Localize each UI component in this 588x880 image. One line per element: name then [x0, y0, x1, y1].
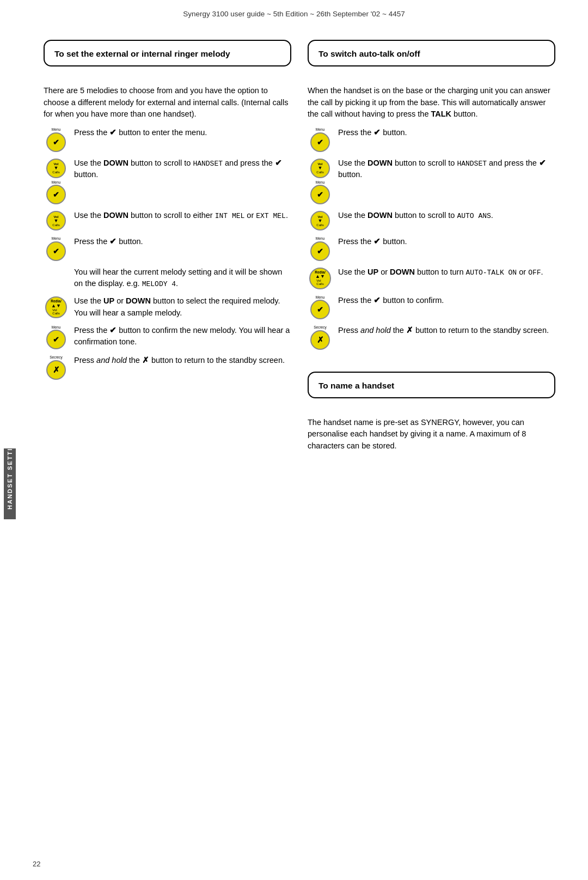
step-4-icon: Menu ✔: [44, 237, 69, 261]
autotalk-intro: When the handset is on the base or the c…: [308, 85, 555, 120]
secrecy-icon: ✗: [46, 360, 66, 380]
at-step-5-text: Use the UP or DOWN button to turn AUTO-T…: [338, 266, 555, 278]
menu-check-icon-4: ✔: [46, 241, 66, 261]
page-number: 22: [33, 860, 40, 868]
step-8: Secrecy ✗ Press and hold the ✗ button to…: [44, 355, 291, 380]
at-step-3-icon: Vol ▼ Calls: [308, 211, 333, 230]
main-content: To set the external or internal ringer m…: [0, 23, 588, 491]
at-step-4-text: Press the ✔ button.: [338, 236, 555, 248]
at-menu-check-6: ✔: [310, 300, 330, 319]
step-1-icon: Menu ✔: [44, 128, 69, 152]
menu-label: Menu: [52, 128, 60, 132]
at-step-7-text: Press and hold the ✗ button to return to…: [338, 325, 555, 337]
at-step-2-icon: Vol ▼ Calls Menu ✔: [308, 159, 333, 205]
at-vol-calls-3: Vol ▼ Calls: [310, 211, 330, 230]
ringer-melody-intro: There are 5 melodies to choose from and …: [44, 85, 291, 120]
at-step-5: Redia/ ▲▼ VolCalls Use the UP or DOWN bu…: [308, 266, 555, 289]
menu-check-icon-2: ✔: [46, 185, 66, 204]
at-step-6-text: Press the ✔ button to confirm.: [338, 295, 555, 307]
at-redia-vol-5: Redia/ ▲▼ VolCalls: [309, 268, 331, 289]
at-step-7-icon: Secrecy ✗: [308, 326, 333, 350]
step-2-icon: Vol ▼ Calls Menu ✔: [44, 159, 69, 205]
at-menu-check-4: ✔: [310, 241, 330, 261]
ringer-melody-title: To set the external or internal ringer m…: [54, 48, 280, 60]
at-step-3: Vol ▼ Calls Use the DOWN button to scrol…: [308, 210, 555, 230]
at-menu-check-1: ✔: [310, 132, 330, 152]
step-3-text: Use the DOWN button to scroll to either …: [74, 210, 291, 222]
at-step-4-icon: Menu ✔: [308, 237, 333, 261]
step-2: Vol ▼ Calls Menu ✔: [44, 157, 291, 205]
side-tab: HANDSET SETTINGS: [4, 448, 16, 519]
at-step-6-icon: Menu ✔: [308, 296, 333, 320]
step-5: You will hear the current melody setting…: [44, 266, 291, 290]
at-step-1-text: Press the ✔ button.: [338, 127, 555, 139]
step-7-text: Press the ✔ button to confirm the new me…: [74, 325, 291, 349]
left-column: To set the external or internal ringer m…: [44, 40, 291, 459]
at-menu-check-2: ✔: [310, 185, 330, 204]
step-8-text: Press and hold the ✗ button to return to…: [74, 355, 291, 367]
at-secrecy-7: ✗: [310, 330, 330, 350]
step-3-icon: Vol ▼ Calls: [44, 211, 69, 230]
vol-calls-icon-3: Vol ▼ Calls: [46, 211, 66, 230]
name-handset-intro: The handset name is pre-set as SYNERGY, …: [308, 417, 555, 452]
step-6-icon: Redia/ ▲▼ VolCalls: [44, 296, 69, 318]
step-2-text: Use the DOWN button to scroll to HANDSET…: [74, 157, 291, 181]
ringer-melody-section: To set the external or internal ringer m…: [44, 40, 291, 66]
ringer-melody-body: There are 5 melodies to choose from and …: [44, 76, 291, 380]
autotalk-title: To switch auto-talk on/off: [318, 48, 544, 60]
at-step-4: Menu ✔ Press the ✔ button.: [308, 236, 555, 261]
step-8-icon: Secrecy ✗: [44, 356, 69, 380]
right-column: To switch auto-talk on/off When the hand…: [308, 40, 555, 459]
step-6-text: Use the UP or DOWN button to select the …: [74, 295, 291, 319]
step-4-text: Press the ✔ button.: [74, 236, 291, 248]
autotalk-body: When the handset is on the base or the c…: [308, 76, 555, 350]
autotalk-section: To switch auto-talk on/off: [308, 40, 555, 66]
menu-label-4: Menu: [52, 237, 60, 241]
step-7-icon: Menu ✔: [44, 326, 69, 350]
menu-label-7: Menu: [52, 326, 60, 330]
step-4: Menu ✔ Press the ✔ button.: [44, 236, 291, 261]
name-handset-body: The handset name is pre-set as SYNERGY, …: [308, 408, 555, 452]
vol-calls-icon: Vol ▼ Calls: [46, 159, 66, 178]
at-step-5-icon: Redia/ ▲▼ VolCalls: [308, 268, 333, 289]
step-7: Menu ✔ Press the ✔ button to confirm the…: [44, 325, 291, 350]
menu-label-2: Menu: [52, 181, 60, 185]
name-handset-section: To name a handset: [308, 372, 555, 398]
secrecy-label: Secrecy: [50, 356, 62, 360]
at-step-2-text: Use the DOWN button to scroll to HANDSET…: [338, 157, 555, 181]
at-step-6: Menu ✔ Press the ✔ button to confirm.: [308, 295, 555, 320]
redia-vol-icon: Redia/ ▲▼ VolCalls: [45, 296, 67, 318]
step-3: Vol ▼ Calls Use the DOWN button to scrol…: [44, 210, 291, 230]
at-vol-calls-2: Vol ▼ Calls: [310, 159, 330, 178]
step-6: Redia/ ▲▼ VolCalls Use the UP or DOWN bu…: [44, 295, 291, 319]
page-header: Synergy 3100 user guide ~ 5th Edition ~ …: [0, 0, 588, 23]
menu-check-icon: ✔: [46, 132, 66, 152]
name-handset-title: To name a handset: [318, 380, 544, 392]
step-5-text: You will hear the current melody setting…: [74, 266, 291, 290]
at-step-1: Menu ✔ Press the ✔ button.: [308, 127, 555, 152]
menu-check-icon-7: ✔: [46, 330, 66, 349]
at-step-7: Secrecy ✗ Press and hold the ✗ button to…: [308, 325, 555, 350]
at-step-3-text: Use the DOWN button to scroll to AUTO AN…: [338, 210, 555, 222]
at-step-2: Vol ▼ Calls Menu ✔: [308, 157, 555, 205]
step-1-text: Press the ✔ button to enter the menu.: [74, 127, 291, 139]
at-step-1-icon: Menu ✔: [308, 128, 333, 152]
step-1: Menu ✔ Press the ✔ button to enter the m…: [44, 127, 291, 152]
